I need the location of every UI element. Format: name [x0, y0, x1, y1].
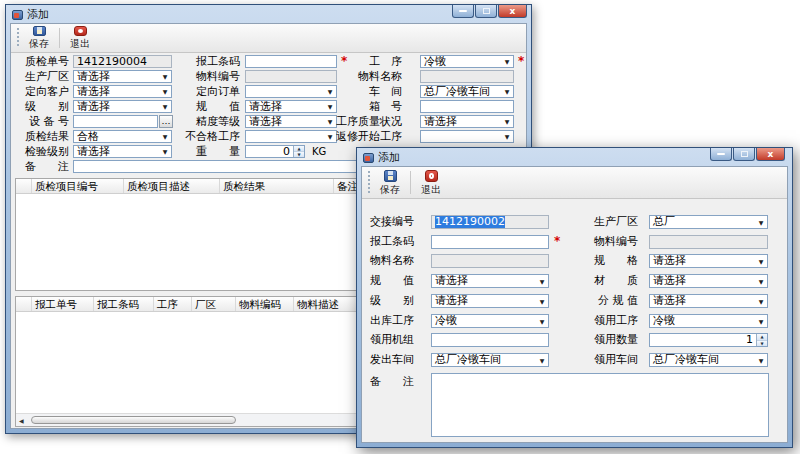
scroll-left-icon: ◀	[19, 417, 24, 424]
field-value: 请选择	[650, 295, 767, 307]
row-selector-column	[16, 297, 32, 311]
close-icon: x	[510, 6, 516, 16]
select-input[interactable]: 总厂冷镦车间▼	[649, 353, 768, 367]
app-icon	[363, 153, 374, 163]
select-input[interactable]: 冷镦▼	[649, 314, 768, 328]
column-header[interactable]: 质检结果	[220, 179, 334, 193]
field-value: 总厂冷镦车间	[650, 354, 767, 366]
scrollbar-thumb[interactable]	[31, 416, 236, 424]
dialog-client-area: 保存 退出 交接编号1412190002报工条码*物料名称规 值请选择▼级 别请…	[361, 166, 788, 443]
select-input[interactable]: 请选择▼	[420, 115, 514, 128]
dropdown-arrow-icon: ▼	[501, 86, 513, 97]
field-value: 冷镦	[650, 315, 767, 327]
select-input[interactable]: 冷镦▼	[420, 55, 514, 68]
select-input[interactable]: 总厂冷镦车间▼	[420, 85, 514, 98]
field-value: 1	[650, 334, 767, 346]
close-button[interactable]: x	[756, 148, 785, 161]
field-label: 领用车间	[594, 353, 638, 366]
dropdown-arrow-icon: ▼	[755, 315, 767, 327]
field-value: 请选择	[421, 116, 513, 128]
column-header[interactable]: 报工条码	[94, 297, 154, 311]
select-input[interactable]: ▼	[420, 130, 514, 143]
dropdown-arrow-icon: ▼	[755, 255, 767, 267]
minimize-icon	[717, 153, 725, 155]
field-value: 总厂	[650, 216, 767, 228]
spinner-buttons[interactable]: ▲▼	[756, 334, 767, 346]
text-input[interactable]	[420, 100, 514, 113]
field-label: 车 间	[331, 85, 402, 98]
field-label: 返修开始工序	[331, 130, 402, 143]
field-label: 物料名称	[331, 70, 402, 83]
required-asterisk: *	[518, 55, 524, 68]
dropdown-arrow-icon: ▼	[501, 116, 513, 127]
column-header[interactable]: 物料编码	[236, 297, 294, 311]
select-input[interactable]: 请选择▼	[649, 274, 768, 288]
field-label: 领用数量	[594, 333, 638, 346]
select-input[interactable]: 总厂▼	[649, 215, 768, 229]
field-label: 箱 号	[331, 100, 402, 113]
field-value: 冷镦	[421, 56, 513, 68]
minimize-button[interactable]	[710, 148, 732, 161]
dropdown-arrow-icon: ▼	[501, 131, 513, 142]
maximize-button[interactable]	[733, 148, 755, 161]
form-column-right: 生产厂区总厂▼物料编号规 格请选择▼材 质请选择▼分 规 值请选择▼领用工序冷镦…	[362, 167, 787, 442]
field-value: 总厂冷镦车间	[421, 86, 513, 98]
column-header[interactable]: 工序	[154, 297, 192, 311]
window-title: 添加	[378, 150, 400, 165]
dropdown-arrow-icon: ▼	[755, 216, 767, 228]
close-icon: x	[768, 149, 774, 159]
add-dialog-front: 添加 x 保存 退出 交接编号1412190002报工条码*物料名称规 值请选择…	[356, 147, 793, 448]
quantity-stepper[interactable]: 1▲▼	[649, 333, 768, 347]
field-label: 工 序	[331, 55, 402, 68]
app-icon	[12, 10, 23, 20]
dropdown-arrow-icon: ▼	[755, 275, 767, 287]
column-header[interactable]: 厂区	[192, 297, 236, 311]
field-label: 规 格	[594, 254, 638, 267]
minimize-button[interactable]	[452, 5, 474, 18]
select-input[interactable]: 请选择▼	[649, 294, 768, 308]
field-label: 材 质	[594, 274, 638, 287]
dropdown-arrow-icon: ▼	[501, 56, 513, 67]
field-label: 工序质量状况	[331, 115, 402, 128]
minimize-icon	[459, 10, 467, 12]
readonly-field	[420, 70, 514, 83]
field-value: 请选择	[650, 275, 767, 287]
field-label: 物料编号	[594, 235, 638, 248]
desktop: 添加 x 保存 退出 质检单号1412190004生产厂区请选择▼定向客户请选择…	[0, 0, 800, 454]
select-input[interactable]: 请选择▼	[649, 254, 768, 268]
maximize-button[interactable]	[475, 5, 497, 18]
field-value: 请选择	[650, 255, 767, 267]
field-label: 分 规 值	[594, 294, 638, 307]
field-label: 领用工序	[594, 314, 638, 327]
column-header[interactable]: 质检项目编号	[32, 179, 124, 193]
spin-down-icon: ▼	[757, 340, 767, 347]
maximize-icon	[483, 8, 490, 14]
readonly-field	[649, 235, 768, 249]
dropdown-arrow-icon: ▼	[755, 295, 767, 307]
column-header[interactable]: 质检项目描述	[124, 179, 220, 193]
window-title: 添加	[27, 7, 49, 22]
close-button[interactable]: x	[498, 5, 527, 18]
column-header[interactable]: 报工单号	[32, 297, 94, 311]
dropdown-arrow-icon: ▼	[755, 354, 767, 366]
field-label: 生产厂区	[594, 215, 638, 228]
row-selector-column	[16, 179, 32, 193]
maximize-icon	[741, 151, 748, 157]
